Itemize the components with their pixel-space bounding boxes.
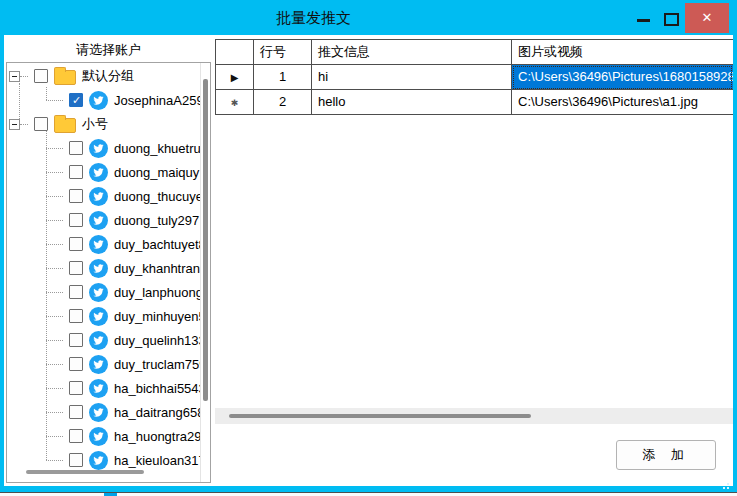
tree-node-account[interactable]: duy_quelinh133 [7, 328, 200, 352]
tree-connector [46, 388, 63, 389]
checkbox[interactable] [69, 141, 83, 155]
twitter-icon [89, 139, 108, 158]
grid-horizontal-scrollbar[interactable] [229, 414, 531, 418]
tree-connector [46, 412, 63, 413]
grid-body: ▶1hiC:\Users\36496\Pictures\1680158928✱2… [216, 65, 733, 115]
tree-connector [20, 124, 28, 125]
cell-message[interactable]: hi [312, 65, 512, 90]
tree-item-list: 默认分组JosephinaA259小号duong_khuetruduong_ma… [7, 64, 200, 472]
footer-panel: 添 加 [215, 424, 733, 486]
tree-node-label: duy_bachtuyet8 [114, 237, 200, 252]
tree-horizontal-scrollbar[interactable] [26, 470, 144, 474]
twitter-icon [89, 331, 108, 350]
tree-node-account[interactable]: duy_truclam759 [7, 352, 200, 376]
twitter-icon [89, 235, 108, 254]
grid-header-media[interactable]: 图片或视频 [512, 40, 733, 65]
tree-node-account[interactable]: ha_huongtra29 [7, 424, 200, 448]
tree-node-label: ha_kieuloan317 [114, 453, 200, 468]
cell-line-no[interactable]: 1 [254, 65, 312, 90]
tree-node-account[interactable]: duong_tuly297 [7, 208, 200, 232]
tree-node-account[interactable]: JosephinaA259 [7, 88, 200, 112]
row-indicator[interactable]: ✱ [216, 90, 254, 115]
tree-node-account[interactable]: duong_maiquy [7, 160, 200, 184]
twitter-icon [89, 355, 108, 374]
tree-connector [46, 316, 63, 317]
tweet-grid: 行号 推文信息 图片或视频 ▶1hiC:\Users\36496\Picture… [215, 39, 733, 115]
grid-header-line-no[interactable]: 行号 [254, 40, 312, 65]
checkbox[interactable] [69, 429, 83, 443]
twitter-icon [89, 211, 108, 230]
tree-connector [46, 148, 63, 149]
tree-node-account[interactable]: ha_kieuloan317 [7, 448, 200, 472]
twitter-icon [89, 163, 108, 182]
tree-node-account[interactable]: duong_thucuye [7, 184, 200, 208]
tree-node-label: ha_bichhai5543 [114, 381, 200, 396]
checkbox[interactable] [69, 285, 83, 299]
tree-node-label: duy_truclam759 [114, 357, 200, 372]
checkbox[interactable] [69, 357, 83, 371]
tree-node-group[interactable]: 小号 [7, 112, 200, 136]
tree-connector [46, 460, 63, 461]
checkbox[interactable] [69, 333, 83, 347]
add-button[interactable]: 添 加 [616, 440, 716, 470]
twitter-icon [89, 427, 108, 446]
checkbox[interactable] [69, 93, 83, 107]
folder-icon [54, 70, 76, 85]
checkbox[interactable] [69, 381, 83, 395]
grid-row[interactable]: ▶1hiC:\Users\36496\Pictures\1680158928 [216, 65, 733, 90]
tree-node-label: duy_lanphuong [114, 285, 200, 300]
checkbox[interactable] [69, 213, 83, 227]
tree-connector [46, 340, 63, 341]
resize-grip-icon [727, 487, 729, 489]
tree-connector [46, 244, 63, 245]
minimize-button[interactable] [637, 10, 651, 22]
checkbox[interactable] [34, 69, 48, 83]
tree-vertical-scrollbar-track [200, 63, 201, 482]
tree-connector [46, 100, 63, 101]
grid-header-message[interactable]: 推文信息 [312, 40, 512, 65]
account-tree[interactable]: 默认分组JosephinaA259小号duong_khuetruduong_ma… [6, 62, 211, 483]
tree-node-account[interactable]: duy_khanhtran [7, 256, 200, 280]
window-title: 批量发推文 [276, 0, 351, 35]
tree-connector [46, 220, 63, 221]
row-indicator[interactable]: ▶ [216, 65, 254, 90]
new-row-icon: ✱ [231, 98, 239, 108]
checkbox[interactable] [69, 405, 83, 419]
collapse-icon[interactable] [9, 71, 20, 82]
cell-message[interactable]: hello [312, 90, 512, 115]
tree-node-account[interactable]: duy_bachtuyet8 [7, 232, 200, 256]
tree-node-account[interactable]: ha_daitrang658 [7, 400, 200, 424]
collapse-icon[interactable] [9, 119, 20, 130]
tree-node-label: duong_khuetru [114, 141, 200, 156]
twitter-icon [89, 187, 108, 206]
tree-node-label: ha_daitrang658 [114, 405, 200, 420]
tree-node-group[interactable]: 默认分组 [7, 64, 200, 88]
checkbox[interactable] [69, 165, 83, 179]
cell-media[interactable]: C:\Users\36496\Pictures\1680158928 [512, 65, 733, 90]
close-button[interactable]: ✕ [685, 3, 729, 33]
grid-row[interactable]: ✱2helloC:\Users\36496\Pictures\a1.jpg [216, 90, 733, 115]
checkbox[interactable] [69, 453, 83, 467]
titlebar[interactable]: 批量发推文 ✕ [0, 0, 737, 35]
tree-node-account[interactable]: duy_minhuyen5 [7, 304, 200, 328]
tree-connector [20, 76, 28, 77]
tree-node-label: duy_minhuyen5 [114, 309, 200, 324]
tree-node-label: 小号 [82, 115, 108, 133]
twitter-icon [89, 403, 108, 422]
tree-node-account[interactable]: ha_bichhai5543 [7, 376, 200, 400]
grid-header-selector[interactable] [216, 40, 254, 65]
tree-node-label: duong_tuly297 [114, 213, 199, 228]
checkbox[interactable] [69, 237, 83, 251]
tree-vertical-scrollbar[interactable] [203, 79, 208, 401]
tree-node-account[interactable]: duy_lanphuong [7, 280, 200, 304]
cell-line-no[interactable]: 2 [254, 90, 312, 115]
checkbox[interactable] [34, 117, 48, 131]
cell-media[interactable]: C:\Users\36496\Pictures\a1.jpg [512, 90, 733, 115]
tree-node-label: ha_huongtra29 [114, 429, 200, 444]
checkbox[interactable] [69, 309, 83, 323]
maximize-button[interactable] [664, 13, 679, 26]
tree-node-account[interactable]: duong_khuetru [7, 136, 200, 160]
checkbox[interactable] [69, 189, 83, 203]
grid-horizontal-scrollbar-track[interactable] [215, 408, 733, 424]
checkbox[interactable] [69, 261, 83, 275]
